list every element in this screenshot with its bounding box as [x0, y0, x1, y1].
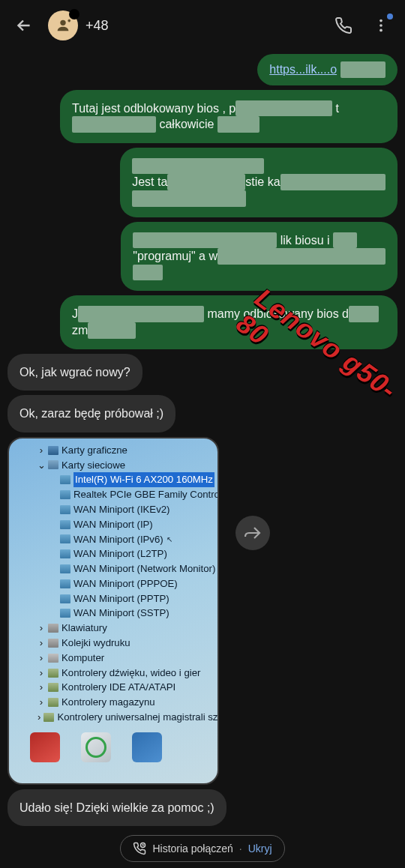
message-text: Udało się! Dzięki wielkie za pomoc ;): [20, 801, 214, 814]
svg-point-4: [380, 24, 382, 27]
device-manager-screenshot: ›Karty graficzne ⌄Karty sieciowe Intel(R…: [8, 437, 219, 785]
svg-point-5: [380, 29, 382, 32]
contact-title[interactable]: +48: [86, 18, 320, 34]
forward-button[interactable]: [236, 516, 270, 550]
message-text: Ok, zaraz będę próbował ;): [20, 407, 164, 420]
call-history-chip[interactable]: Historia połączeń · Ukryj: [120, 835, 284, 862]
sent-message[interactable]: xxxxxxxxxxxxxxxxxxxxxx Jest taxxxxxxxxxx…: [120, 148, 398, 217]
taskbar-icon: [30, 732, 60, 762]
taskbar-icon: [81, 732, 111, 762]
call-button[interactable]: [327, 9, 360, 42]
link-text[interactable]: https...ilk....o: [269, 63, 337, 76]
received-message[interactable]: Ok, jak wgrać nowy?: [8, 354, 142, 391]
sent-message[interactable]: xxxxxxxxxxxxxxxxxxxxxxxx lik biosu i xxx…: [121, 222, 398, 292]
received-message[interactable]: Ok, zaraz będę próbował ;): [8, 395, 176, 433]
taskbar-icon: [132, 732, 162, 762]
sent-message-link[interactable]: https...ilk....o xxxxx xx: [257, 54, 398, 85]
avatar[interactable]: [48, 10, 78, 40]
more-options-button[interactable]: [364, 9, 398, 42]
messages-list: https...ilk....o xxxxx xx Tutaj jest odb…: [0, 51, 405, 868]
back-button[interactable]: [8, 9, 40, 42]
svg-point-0: [60, 20, 65, 25]
message-text: Ok, jak wgrać nowy?: [20, 366, 130, 379]
chat-header: +48: [0, 0, 405, 51]
phone-history-icon: [133, 842, 146, 855]
sent-message[interactable]: Tutaj jest odblokowany bios , pxxx xxxxx…: [60, 90, 398, 143]
received-image-message[interactable]: ›Karty graficzne ⌄Karty sieciowe Intel(R…: [8, 437, 219, 785]
svg-point-3: [380, 19, 382, 22]
history-label: Historia połączeń: [152, 843, 232, 855]
received-message[interactable]: Udało się! Dzięki wielkie za pomoc ;): [8, 789, 226, 827]
hide-link[interactable]: Ukryj: [248, 843, 272, 855]
